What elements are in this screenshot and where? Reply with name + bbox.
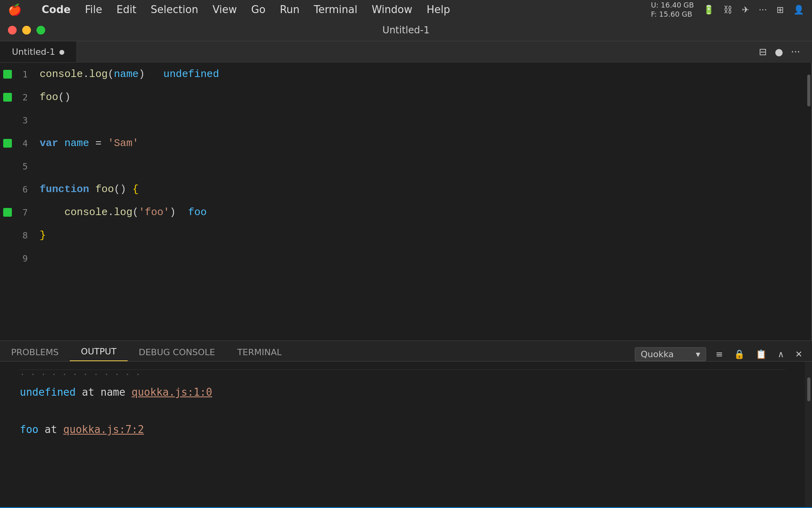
- code-line: [40, 109, 797, 132]
- menu-terminal[interactable]: Terminal: [307, 0, 365, 19]
- code-token: foo: [188, 206, 207, 218]
- line-number: 3: [16, 115, 28, 125]
- fullscreen-button[interactable]: [36, 26, 45, 35]
- code-line: console.log('foo') foo: [40, 201, 797, 224]
- output-scrollbar[interactable]: [805, 362, 812, 507]
- traffic-lights: [8, 26, 45, 35]
- line-number: 4: [16, 139, 28, 148]
- code-token: (: [108, 68, 114, 80]
- menu-file[interactable]: File: [78, 0, 109, 19]
- menu-run[interactable]: Run: [273, 0, 307, 19]
- partial-dots: · · · · · · · · · · · ·: [20, 369, 141, 379]
- code-line: foo(): [40, 86, 797, 109]
- system-info: U: 16.40 GB F: 15.60 GB: [651, 0, 694, 19]
- lock-icon[interactable]: 🔒: [732, 348, 746, 361]
- output-blank-line: [20, 402, 785, 420]
- tab-bar: Untitled-1 ●: [0, 41, 77, 63]
- gutter-row: 2: [0, 86, 32, 109]
- code-token: .: [83, 68, 89, 80]
- code-line: var name = 'Sam': [40, 132, 797, 155]
- more-options-icon[interactable]: ···: [791, 46, 800, 58]
- gutter-row: 5: [0, 155, 32, 178]
- debug-dot: [3, 70, 12, 79]
- split-editor-icon[interactable]: ⊟: [759, 46, 767, 58]
- tab-debug-console[interactable]: DEBUG CONSOLE: [128, 341, 226, 361]
- tab-bar-wrapper: Untitled-1 ● ⊟ ● ···: [0, 41, 812, 63]
- menu-selection[interactable]: Selection: [144, 0, 205, 19]
- line-number: 2: [16, 92, 28, 102]
- tab-unsaved-dot: ●: [59, 48, 65, 56]
- tab-output[interactable]: OUTPUT: [70, 341, 128, 361]
- code-token: (): [58, 91, 71, 103]
- editor-area: 123456789 console.log(name) undefinedfoo…: [0, 63, 812, 341]
- code-token: log: [114, 206, 132, 218]
- output-scroll-thumb[interactable]: [807, 377, 810, 401]
- debug-dot: [3, 93, 12, 102]
- code-token: {: [132, 183, 139, 195]
- tab-terminal[interactable]: TERMINAL: [226, 341, 293, 361]
- output-token: quokka.js:1:0: [132, 386, 213, 398]
- clear-output-icon[interactable]: ≡: [714, 348, 724, 361]
- memory-free: F: 15.60 GB: [651, 10, 694, 19]
- code-token: console: [40, 68, 83, 80]
- code-token: (: [132, 206, 139, 218]
- gutter-row: 8: [0, 224, 32, 247]
- minimize-button[interactable]: [22, 26, 31, 35]
- output-line: foo at quokka.js:7:2: [20, 420, 785, 439]
- output-token: at: [38, 423, 63, 435]
- editor-tab[interactable]: Untitled-1 ●: [0, 41, 77, 62]
- tab-problems[interactable]: PROBLEMS: [0, 341, 70, 361]
- panel-output-row: · · · · · · · · · · · · undefined at nam…: [0, 362, 812, 507]
- dropdown-label: Quokka: [641, 349, 674, 359]
- debug-dot: [3, 208, 12, 217]
- control-center-icon: ⊞: [777, 5, 784, 15]
- code-token: log: [89, 68, 108, 80]
- editor-scrollbar[interactable]: [805, 63, 812, 341]
- menu-help[interactable]: Help: [419, 0, 457, 19]
- user-icon: 👤: [793, 5, 804, 15]
- code-token: =: [95, 137, 107, 149]
- menu-view[interactable]: View: [205, 0, 244, 19]
- menu-window[interactable]: Window: [364, 0, 419, 19]
- gutter-row: 6: [0, 178, 32, 201]
- code-token: foo: [89, 183, 114, 195]
- gutter-row: 7: [0, 201, 32, 224]
- panel-tab-bar: PROBLEMS OUTPUT DEBUG CONSOLE TERMINAL Q…: [0, 341, 812, 362]
- line-number: 1: [16, 69, 28, 79]
- scrollbar-thumb[interactable]: [807, 75, 810, 106]
- gutter: 123456789: [0, 63, 32, 341]
- panel-dropdown[interactable]: Quokka ▾: [635, 347, 706, 361]
- close-panel-icon[interactable]: ✕: [794, 348, 804, 361]
- dot-icon: ●: [775, 46, 783, 58]
- output-token: undefined: [20, 386, 76, 398]
- debug-dot: [3, 139, 12, 148]
- code-token: (): [114, 183, 132, 195]
- apple-logo-icon[interactable]: 🍎: [8, 3, 22, 16]
- code-area[interactable]: console.log(name) undefinedfoo()var name…: [32, 63, 805, 341]
- output-line: undefined at name quokka.js:1:0: [20, 383, 785, 402]
- gutter-row: 1: [0, 63, 32, 86]
- line-number: 8: [16, 231, 28, 241]
- code-token: var: [40, 137, 58, 149]
- gutter-row: 3: [0, 109, 32, 132]
- gutter-row: 9: [0, 247, 32, 270]
- copy-icon[interactable]: 📋: [754, 348, 768, 361]
- close-button[interactable]: [8, 26, 17, 35]
- window-title: Untitled-1: [383, 25, 430, 36]
- menu-go[interactable]: Go: [244, 0, 273, 19]
- collapse-panel-icon[interactable]: ∧: [776, 348, 785, 361]
- code-line: [40, 247, 797, 270]
- line-number: 5: [16, 162, 28, 171]
- output-token: foo: [20, 423, 38, 435]
- code-token: name: [58, 137, 96, 149]
- menu-code[interactable]: Code: [34, 0, 78, 19]
- code-token: foo: [40, 91, 58, 103]
- line-number: 6: [16, 185, 28, 194]
- panel-tab-icons: Quokka ▾ ≡ 🔒 📋 ∧ ✕: [627, 347, 812, 361]
- output-partial-line: · · · · · · · · · · · ·: [20, 369, 785, 379]
- code-token: .: [108, 206, 114, 218]
- code-token: name: [114, 68, 138, 80]
- chevron-down-icon: ▾: [696, 349, 700, 359]
- airdrop-icon: ✈: [742, 5, 749, 15]
- menu-edit[interactable]: Edit: [109, 0, 144, 19]
